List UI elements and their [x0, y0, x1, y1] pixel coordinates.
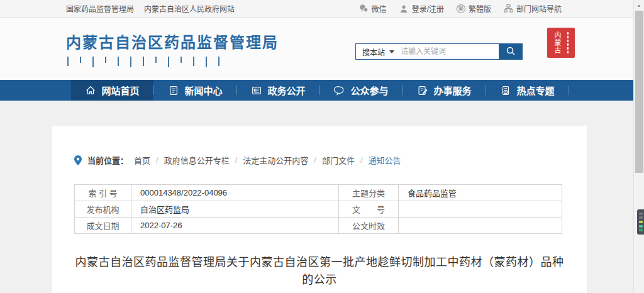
widget-square	[639, 213, 643, 215]
nav-item-services[interactable]: 办事服务	[403, 80, 486, 101]
nav-item-label: 热点专题	[516, 84, 554, 97]
login-register-link[interactable]: 登录/注册	[399, 3, 444, 14]
page-viewport: 国家药品监督管理局 内蒙古自治区人民政府网站 微信 登录/注册 繁	[0, 0, 633, 293]
document-meta-table: 索 引 号 000014348/2022-04096 主题分类 食品药品监管 发…	[74, 184, 562, 234]
table-row: 索 引 号 000014348/2022-04096 主题分类 食品药品监管	[75, 185, 562, 201]
scrollbar-up-arrow[interactable]: ▲	[634, 0, 644, 10]
user-icon	[399, 4, 409, 13]
wechat-icon	[359, 4, 369, 13]
breadcrumb-separator: /	[156, 155, 158, 165]
site-navigation-link[interactable]: 部门网站导航	[504, 3, 562, 14]
traditional-label: 繁體版	[469, 3, 491, 14]
breadcrumb-label: 当前位置：	[87, 154, 128, 166]
floating-widget[interactable]	[637, 209, 644, 235]
content-card: 当前位置： 首页 / 政府信息公开专栏 / 法定主动公开内容 / 部门文件 / …	[52, 126, 587, 293]
breadcrumb-separator: /	[360, 155, 363, 165]
link-gov-site[interactable]: 内蒙古自治区人民政府网站	[144, 3, 235, 14]
top-utility-bar: 国家药品监督管理局 内蒙古自治区人民政府网站 微信 登录/注册 繁	[0, 0, 633, 18]
document-edit-icon	[417, 85, 428, 96]
widget-square	[639, 216, 643, 219]
search-button[interactable]	[499, 43, 523, 60]
nav-separator	[569, 86, 569, 95]
document-clock-icon	[500, 85, 511, 96]
traditional-version-link[interactable]: 繁 繁體版	[457, 3, 491, 14]
meta-value-index-number: 000014348/2022-04096	[131, 185, 339, 201]
topbar-right-links: 微信 登录/注册 繁 繁體版 部门网站导航	[359, 3, 562, 14]
news-icon	[168, 85, 179, 96]
nav-item-public-participation[interactable]: 公众参与	[320, 80, 402, 101]
nav-item-hot-topics[interactable]: 热点专题	[486, 80, 569, 101]
search-scope-label: 搜本站	[362, 47, 385, 57]
meta-label-validity: 公文时效	[339, 218, 399, 234]
widget-square	[639, 229, 643, 231]
seal-text: 内蒙古	[553, 31, 561, 54]
page-title: 内蒙古自治区药品监督管理局关于内蒙古自治区第一批产地趁鲜切制加工中药材（蒙药材）…	[71, 253, 568, 289]
nav-item-label: 新闻中心	[184, 84, 222, 97]
topbar-left-links: 国家药品监督管理局 内蒙古自治区人民政府网站	[66, 3, 235, 14]
sitemap-icon	[504, 4, 513, 13]
site-logo[interactable]: 内蒙古自治区药品监督管理局	[66, 30, 279, 68]
meta-value-document-number	[399, 201, 562, 218]
nav-item-label: 政务公开	[267, 84, 305, 97]
breadcrumb-separator: /	[314, 155, 316, 165]
seal-mongolian-script	[567, 32, 569, 53]
nav-item-gov-affairs[interactable]: 政务公开	[237, 80, 319, 101]
breadcrumb-item-notices[interactable]: 通知公告	[369, 154, 401, 166]
meta-value-topic-category: 食品药品监管	[399, 185, 562, 201]
scrollbar-thumb[interactable]	[635, 11, 643, 173]
home-icon	[85, 85, 96, 96]
table-row: 发布机构 自治区药监局 文 号	[75, 201, 562, 218]
breadcrumb-item-home[interactable]: 首页	[134, 154, 150, 166]
wechat-link[interactable]: 微信	[359, 3, 387, 14]
chat-bubble-icon	[334, 85, 345, 96]
login-register-label: 登录/注册	[412, 3, 444, 14]
widget-square	[639, 225, 643, 228]
nav-item-label: 网站首页	[101, 84, 139, 97]
site-title: 内蒙古自治区药品监督管理局	[66, 30, 279, 52]
link-nmpa[interactable]: 国家药品监督管理局	[66, 3, 134, 14]
traditional-icon: 繁	[457, 4, 465, 13]
meta-value-validity	[399, 218, 562, 234]
main-navigation: 网站首页 新闻中心 政务公开 公众参与 办事服务 热点专题	[0, 80, 633, 101]
table-row: 成文日期 2022-07-26 公文时效	[75, 218, 562, 234]
meta-label-date-written: 成文日期	[75, 218, 131, 234]
search-scope-dropdown[interactable]: 搜本站	[356, 47, 401, 57]
nav-item-label: 办事服务	[433, 84, 471, 97]
newspaper-icon	[251, 85, 262, 96]
search-input[interactable]	[401, 47, 499, 56]
site-navigation-label: 部门网站导航	[516, 3, 562, 14]
wechat-label: 微信	[372, 3, 387, 14]
meta-value-issuing-agency: 自治区药监局	[131, 201, 339, 218]
meta-label-document-number: 文 号	[339, 201, 399, 218]
page-background-band	[0, 101, 633, 126]
chevron-down-icon	[389, 50, 394, 53]
red-seal-logo: 内蒙古	[547, 28, 575, 58]
location-pin-icon	[74, 155, 82, 165]
search-icon	[506, 46, 516, 58]
site-header: 内蒙古自治区药品监督管理局 搜本站 内蒙古	[0, 18, 633, 80]
meta-value-date-written: 2022-07-26	[131, 218, 339, 234]
scrollbar[interactable]: ▲	[633, 0, 644, 293]
meta-label-issuing-agency: 发布机构	[75, 201, 131, 218]
breadcrumb-item-statutory-content[interactable]: 法定主动公开内容	[243, 154, 308, 166]
site-search: 搜本站	[355, 43, 523, 60]
widget-square	[639, 221, 643, 223]
mongolian-script	[67, 57, 279, 68]
breadcrumb-item-department-documents[interactable]: 部门文件	[322, 154, 355, 166]
breadcrumb-item-info-disclosure[interactable]: 政府信息公开专栏	[164, 154, 230, 166]
nav-item-label: 公众参与	[350, 84, 388, 97]
meta-label-topic-category: 主题分类	[339, 185, 399, 201]
meta-label-index-number: 索 引 号	[75, 185, 131, 201]
breadcrumb-separator: /	[235, 155, 238, 165]
breadcrumb: 当前位置： 首页 / 政府信息公开专栏 / 法定主动公开内容 / 部门文件 / …	[74, 154, 587, 166]
nav-item-news[interactable]: 新闻中心	[154, 80, 236, 101]
nav-item-home[interactable]: 网站首页	[71, 80, 153, 101]
